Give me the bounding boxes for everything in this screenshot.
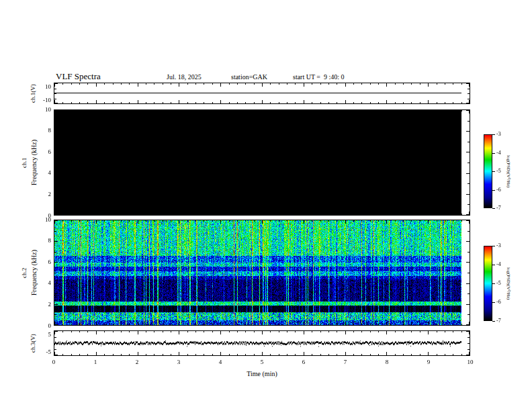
ch1-spectrogram-canvas xyxy=(54,110,470,215)
colorbar-ch1 xyxy=(484,134,492,208)
ch2-spectrogram-canvas xyxy=(54,220,470,325)
colorbar-tick-label: -3 xyxy=(496,242,501,248)
x-tick-label: 6 xyxy=(296,359,312,365)
x-tick-label: 3 xyxy=(171,359,187,365)
ch1-frequency-axis-label: Frequency (kHz) xyxy=(30,109,38,216)
x-axis-label: Time (min) xyxy=(54,370,470,377)
ch3-voltage-panel xyxy=(54,330,470,356)
start-ut-label: start UT = 9 :40: 0 xyxy=(293,73,345,81)
colorbar-tick-mark xyxy=(492,171,495,172)
ch1-channel-label: ch.1 xyxy=(21,109,28,216)
x-tick-label: 9 xyxy=(420,359,437,365)
x-tick-label: 8 xyxy=(379,359,395,365)
colorbar-tick-mark xyxy=(492,208,495,209)
colorbar-tick-label: -7 xyxy=(496,318,501,324)
x-tick-label: 7 xyxy=(337,359,353,365)
vlf-spectra-plot: VLF Spectra Jul. 18, 2025 station=GAK st… xyxy=(0,0,532,411)
ch2-frequency-axis-label: Frequency (kHz) xyxy=(30,220,38,326)
ch2-channel-label: ch.2 xyxy=(21,220,28,326)
colorbar-tick-label: -4 xyxy=(496,150,501,156)
ch1-spectrogram-panel xyxy=(54,109,470,216)
colorbar-tick-mark xyxy=(492,246,495,246)
x-tick-label: 10 xyxy=(462,359,478,365)
ch1-voltage-panel xyxy=(54,83,470,104)
x-tick-label: 4 xyxy=(212,359,228,365)
colorbar-tick-label: -5 xyxy=(496,280,501,286)
colorbar-tick-mark xyxy=(492,153,495,154)
x-tick-label: 5 xyxy=(254,359,270,365)
ch3-voltage-trace-canvas xyxy=(54,331,470,355)
station-label: station=GAK xyxy=(231,73,267,81)
colorbar-tick-label: -7 xyxy=(496,205,501,211)
date-label: Jul. 18, 2025 xyxy=(167,73,202,81)
colorbar-ch2 xyxy=(484,246,492,321)
colorbar-tick-label: -6 xyxy=(496,187,501,193)
ch2-spectrogram-panel xyxy=(54,220,470,326)
colorbar-tick-mark xyxy=(492,321,495,322)
ch1-voltage-trace-canvas xyxy=(54,83,470,103)
colorbar-tick-mark xyxy=(492,190,495,191)
colorbar-ch1-gradient xyxy=(484,135,492,208)
colorbar-tick-label: -5 xyxy=(496,168,501,174)
colorbar-tick-mark xyxy=(492,134,495,135)
colorbar-ch2-gradient xyxy=(484,246,492,320)
colorbar-tick-label: -6 xyxy=(496,299,501,305)
x-tick-label: 1 xyxy=(87,359,103,365)
colorbar-tick-mark xyxy=(492,283,495,284)
colorbar-ch1-unit-label: log(PSD)(V²/Hz) xyxy=(506,134,511,208)
colorbar-tick-label: -3 xyxy=(496,131,501,137)
colorbar-ch2-unit-label: log(PSD)(V²/Hz) xyxy=(506,246,511,321)
ch3-voltage-ylabel: ch.3(V) xyxy=(30,316,37,370)
x-tick-label: 2 xyxy=(129,359,145,365)
colorbar-tick-mark xyxy=(492,265,495,265)
x-tick-label: 0 xyxy=(46,359,62,365)
colorbar-tick-label: -4 xyxy=(496,261,501,267)
colorbar-tick-mark xyxy=(492,302,495,303)
plot-title: VLF Spectra xyxy=(56,71,101,82)
